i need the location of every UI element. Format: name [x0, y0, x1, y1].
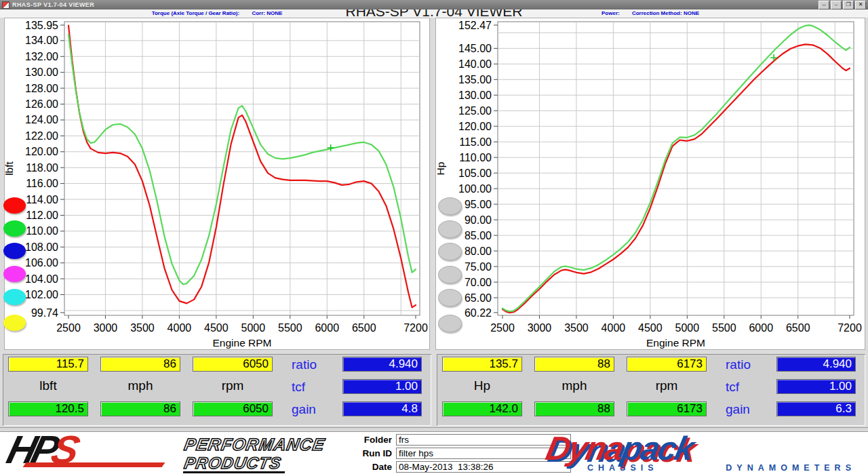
viewer-window: RHAS-SP V1.7-04 VIEWER ↔ – ❐ ✕ RHAS-SP V… [0, 0, 868, 474]
legend-dot-cyan[interactable] [3, 289, 26, 305]
svg-text:114.00: 114.00 [26, 194, 58, 205]
svg-text:130.00: 130.00 [25, 66, 58, 78]
svg-text:5500: 5500 [278, 322, 302, 334]
torque-chart-panel: 2500300035004000450050005500600065007200… [4, 18, 430, 350]
legend-dot-inactive-4[interactable] [438, 266, 462, 283]
svg-text:132.00: 132.00 [25, 51, 58, 62]
power-ratio-label: ratio [726, 357, 751, 372]
svg-text:152.47: 152.47 [458, 20, 492, 31]
legend-dot-red[interactable] [3, 197, 26, 214]
svg-text:3500: 3500 [564, 322, 589, 334]
date-label: Date [338, 462, 396, 472]
power-green-mph-value: 88 [534, 401, 614, 416]
resize-arrows-icon[interactable]: ↔ [818, 1, 829, 9]
legend-dot-inactive-1[interactable] [438, 197, 462, 215]
svg-text:4000: 4000 [601, 322, 626, 334]
svg-text:105.00: 105.00 [458, 167, 492, 179]
torque-unit-lbft-label: lbft [8, 378, 88, 393]
svg-text:116.00: 116.00 [26, 178, 58, 189]
hps-underline-bar [183, 471, 285, 473]
power-ratio-value[interactable]: 4.940 [776, 357, 856, 372]
torque-green-mph-value: 86 [100, 401, 180, 416]
svg-text:Engine RPM: Engine RPM [212, 337, 271, 349]
svg-text:7200: 7200 [403, 322, 428, 334]
svg-text:120.00: 120.00 [458, 121, 492, 132]
svg-text:145.00: 145.00 [458, 43, 492, 54]
power-green-hp-value: 142.0 [442, 401, 522, 416]
svg-text:5000: 5000 [675, 322, 700, 334]
svg-text:Hp: Hp [436, 162, 446, 176]
svg-text:3000: 3000 [528, 322, 552, 334]
close-icon[interactable]: ✕ [855, 1, 866, 9]
restore-icon[interactable]: ❐ [843, 1, 854, 9]
svg-text:6500: 6500 [352, 322, 376, 334]
minimize-icon[interactable]: – [831, 1, 842, 9]
svg-text:80.00: 80.00 [465, 245, 492, 257]
svg-text:120.00: 120.00 [25, 146, 58, 157]
svg-text:125.00: 125.00 [458, 105, 492, 117]
window-title: RHAS-SP V1.7-04 VIEWER [12, 1, 818, 8]
legend-dot-inactive-2[interactable] [438, 220, 462, 238]
svg-text:104.00: 104.00 [25, 273, 58, 285]
svg-text:108.00: 108.00 [25, 241, 58, 253]
svg-text:102.00: 102.00 [25, 289, 58, 300]
legend-dot-inactive-6[interactable] [438, 315, 462, 332]
footer: HPS PERFORMANCE PRODUCTS Folder Run ID D… [0, 432, 868, 474]
svg-text:65.00: 65.00 [465, 292, 492, 304]
svg-text:2500: 2500 [56, 322, 81, 334]
torque-gain-label: gain [292, 402, 316, 417]
svg-text:110.00: 110.00 [459, 152, 492, 163]
hps-red-swoosh [23, 462, 165, 467]
legend-dot-yellow[interactable] [3, 315, 26, 331]
power-corr-label: Correction Method: NONE [632, 10, 699, 16]
svg-text:75.00: 75.00 [465, 261, 492, 273]
torque-gain-value[interactable]: 4.8 [342, 401, 422, 416]
svg-text:2500: 2500 [490, 322, 515, 334]
svg-text:7200: 7200 [837, 322, 862, 334]
hps-logo: HPS [7, 429, 176, 473]
power-green-rpm-value: 6173 [627, 401, 707, 416]
hps-performance-text: PERFORMANCE [182, 435, 326, 454]
power-unit-hp-label: Hp [442, 378, 522, 393]
svg-text:124.00: 124.00 [25, 114, 58, 125]
torque-yellow-rpm-value: 6050 [193, 357, 273, 372]
torque-data-panel: 115.7 86 6050 lbft mph rpm 120.5 86 6050… [3, 354, 431, 426]
svg-text:3000: 3000 [94, 322, 118, 334]
power-yellow-mph-value: 88 [534, 357, 614, 372]
svg-text:60.22: 60.22 [465, 307, 492, 319]
dynapack-logo-pack: pack [618, 430, 696, 467]
torque-ratio-value[interactable]: 4.940 [342, 357, 422, 372]
torque-unit-mph-label: mph [100, 378, 180, 393]
run-info-fields: Folder Run ID Date [338, 433, 571, 474]
hps-products-text: PRODUCTS [183, 454, 283, 473]
date-field-row: Date [338, 460, 571, 473]
torque-corr-label: Corr: NONE [252, 10, 282, 16]
legend-dot-green[interactable] [3, 220, 26, 237]
folder-input[interactable] [396, 434, 571, 446]
svg-text:6500: 6500 [786, 322, 810, 334]
run-id-field-row: Run ID [338, 447, 571, 460]
svg-text:95.00: 95.00 [465, 199, 492, 210]
dynapack-chassis-text: CHASSIS [587, 463, 658, 473]
svg-text:6000: 6000 [315, 322, 339, 334]
torque-chart[interactable]: 2500300035004000450050005500600065007200… [5, 18, 429, 349]
torque-tcf-value[interactable]: 1.00 [342, 379, 422, 394]
window-titlebar[interactable]: RHAS-SP V1.7-04 VIEWER ↔ – ❐ ✕ [0, 0, 868, 9]
legend-dot-inactive-5[interactable] [438, 289, 462, 307]
legend-dot-inactive-3[interactable] [438, 243, 462, 260]
power-unit-rpm-label: rpm [627, 378, 707, 393]
power-gain-value[interactable]: 6.3 [776, 401, 856, 416]
svg-text:6000: 6000 [749, 322, 773, 334]
legend-dot-blue[interactable] [3, 243, 26, 259]
dynapack-dynamometers-text: DYNAMOMETERS [726, 463, 856, 473]
svg-text:85.00: 85.00 [465, 230, 492, 241]
legend-dot-magenta[interactable] [3, 266, 26, 282]
svg-text:3500: 3500 [130, 322, 155, 334]
folder-field-row: Folder [338, 433, 571, 446]
dynapack-logo: Dynapack CHASSIS DYNAMOMETERS [547, 431, 865, 474]
power-yellow-rpm-value: 6173 [627, 357, 707, 372]
power-tcf-value[interactable]: 1.00 [776, 379, 856, 394]
svg-text:134.00: 134.00 [25, 35, 58, 46]
svg-text:110.00: 110.00 [26, 225, 58, 237]
power-chart[interactable]: 2500300035004000450050005500600065007200… [436, 18, 865, 349]
